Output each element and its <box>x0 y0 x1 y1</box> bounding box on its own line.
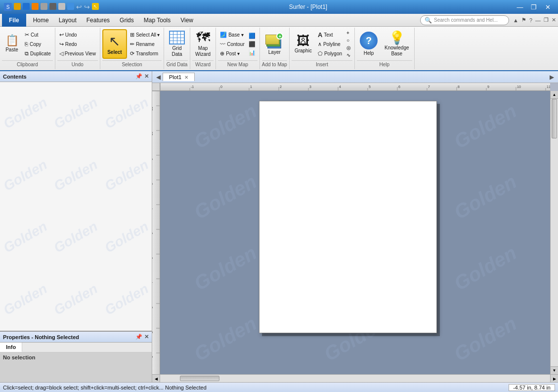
polygon-icon: ⬠ <box>318 50 323 57</box>
tab-arrow-left[interactable]: ◀ <box>154 74 163 81</box>
help-button[interactable]: ? Help <box>357 29 381 59</box>
pin-icon[interactable]: 📌 <box>135 73 142 80</box>
insert-extra-btn4[interactable]: ∿ <box>345 52 352 58</box>
previous-view-icon: ◁ <box>59 50 63 57</box>
canvas-page[interactable] <box>259 101 437 333</box>
scroll-right-btn[interactable]: ▶ <box>550 375 558 382</box>
close-ribbon-icon[interactable]: ✕ <box>552 17 556 23</box>
window-controls[interactable]: — ❐ ✕ <box>514 2 554 12</box>
ribbon: 📋 Paste ✂ Cut ⎘ Copy ⧉ Duplicate Clipboa… <box>0 27 558 71</box>
select-all-button[interactable]: ⊞ Select All ▾ <box>128 30 162 39</box>
search-box[interactable]: 🔍 Search commands and Hel... <box>420 15 509 25</box>
rename-button[interactable]: ✏ Rename <box>128 40 162 48</box>
transform-button[interactable]: ⟳ Transform <box>128 49 162 58</box>
svg-text:9: 9 <box>487 85 489 88</box>
grid-data-button[interactable]: GridData <box>166 29 188 59</box>
menu-right-controls[interactable]: ▲ ⚑ ? — ❐ ✕ <box>513 17 556 23</box>
ruler-corner-right <box>550 83 558 91</box>
map-type-btn1[interactable]: 🟦 <box>248 32 258 40</box>
scroll-down-btn[interactable]: ▼ <box>551 366 558 374</box>
home-menu[interactable]: Home <box>28 14 54 27</box>
svg-text:3: 3 <box>309 85 311 88</box>
select-button[interactable]: ↖ Select <box>102 29 127 59</box>
info-tab[interactable]: Info <box>0 343 22 352</box>
svg-text:7: 7 <box>428 85 430 88</box>
undo-group: ↩ Undo ↪ Redo ◁ Previous View Undo <box>55 28 100 69</box>
scroll-up-btn[interactable]: ▲ <box>551 91 558 99</box>
props-header-icons[interactable]: 📌 ✕ <box>135 334 149 340</box>
svg-text:10: 10 <box>152 131 153 135</box>
minimize-ribbon-icon[interactable]: — <box>535 17 541 23</box>
ruler-corner <box>152 83 160 91</box>
wm8: Golden <box>51 218 101 256</box>
graphic-button[interactable]: 🖼 Graphic <box>292 29 315 59</box>
scroll-h-track[interactable] <box>160 375 550 382</box>
map-type-btn2[interactable]: ⬛ <box>248 41 258 48</box>
props-pin-icon[interactable]: 📌 <box>135 334 142 340</box>
duplicate-button[interactable]: ⧉ Duplicate <box>23 49 53 58</box>
knowledge-base-button[interactable]: 💡 KnowledgeBase <box>382 29 412 59</box>
map-wizard-button[interactable]: 🗺 MapWizard <box>192 29 214 59</box>
rename-icon: ✏ <box>130 41 134 47</box>
plot1-tab[interactable]: Plot1 ✕ <box>163 73 195 81</box>
help-icon[interactable]: ? <box>529 17 532 23</box>
restore-button[interactable]: ❐ <box>527 2 540 12</box>
plot1-tab-close[interactable]: ✕ <box>184 75 188 80</box>
insert-extra-btn1[interactable]: + <box>345 30 352 36</box>
polygon-button[interactable]: ⬠ Polygon <box>316 49 344 58</box>
close-button[interactable]: ✕ <box>541 2 554 12</box>
status-text: Click=select; drag=block select; shift+c… <box>3 385 207 391</box>
properties-tabs: Info <box>0 343 152 352</box>
search-icon: 🔍 <box>425 17 432 24</box>
map-tools-menu[interactable]: Map Tools <box>139 14 175 27</box>
selection-content: ↖ Select ⊞ Select All ▾ ✏ Rename ⟳ Trans… <box>102 29 162 59</box>
view-menu[interactable]: View <box>175 14 198 27</box>
panel-header-icons[interactable]: 📌 ✕ <box>135 73 149 80</box>
undo-content: ↩ Undo ↪ Redo ◁ Previous View <box>57 29 98 59</box>
previous-view-button[interactable]: ◁ Previous View <box>57 49 98 58</box>
icon4 <box>32 3 39 10</box>
map-wizard-label: MapWizard <box>195 45 211 57</box>
features-menu[interactable]: Features <box>82 14 115 27</box>
redo-button[interactable]: ↪ Redo <box>57 40 98 48</box>
layer-button[interactable]: + Layer <box>262 29 286 59</box>
text-button[interactable]: A Text <box>316 30 344 39</box>
scroll-thumb-v[interactable] <box>552 99 557 138</box>
insert-extra-btn3[interactable]: ◎ <box>345 44 352 51</box>
cut-button[interactable]: ✂ Cut <box>23 30 53 39</box>
restore-ribbon-icon[interactable]: ❐ <box>544 17 549 23</box>
scroll-left-btn[interactable]: ◀ <box>152 375 160 382</box>
icon6 <box>49 3 56 10</box>
clipboard-content: 📋 Paste ✂ Cut ⎘ Copy ⧉ Duplicate <box>2 29 53 59</box>
vertical-scrollbar[interactable]: ▲ ▼ <box>550 91 558 374</box>
tab-arrow-right[interactable]: ▶ <box>548 74 556 81</box>
post-button[interactable]: ⊕ Post ▾ <box>218 49 247 58</box>
insert-extra-btn2[interactable]: ○ <box>345 37 352 44</box>
map-type-btn3[interactable]: 📊 <box>248 49 258 56</box>
canvas-wrapper: -1 0 1 2 3 4 5 <box>152 83 558 382</box>
cwm3: Golden <box>450 100 520 153</box>
canvas-inner[interactable]: Golden Golden Golden Golden Golden Golde… <box>160 91 550 374</box>
layout-menu[interactable]: Layout <box>54 14 82 27</box>
scroll-thumb-h[interactable] <box>180 376 219 381</box>
svg-text:2: 2 <box>280 85 282 88</box>
svg-text:1: 1 <box>250 85 252 88</box>
flag-icon[interactable]: ⚑ <box>521 17 526 23</box>
undo-button[interactable]: ↩ Undo <box>57 30 98 39</box>
contour-button[interactable]: 〰 Contour <box>218 40 247 48</box>
contents-close-icon[interactable]: ✕ <box>144 73 149 80</box>
file-menu[interactable]: File <box>2 14 26 27</box>
copy-button[interactable]: ⎘ Copy <box>23 40 53 48</box>
polyline-button[interactable]: ∧ Polyline <box>316 40 344 48</box>
props-close-icon[interactable]: ✕ <box>144 334 149 340</box>
status-bar: Click=select; drag=block select; shift+c… <box>0 382 558 392</box>
svg-text:5: 5 <box>152 257 153 259</box>
paste-button[interactable]: 📋 Paste <box>2 29 22 59</box>
base-button[interactable]: 🗾 Base ▾ <box>218 30 247 39</box>
horizontal-scrollbar[interactable]: ◀ ▶ <box>152 374 558 382</box>
wizard-label: Wizard <box>192 60 214 68</box>
cwm6: Golden <box>450 171 520 224</box>
minimize-button[interactable]: — <box>514 2 526 12</box>
grids-menu[interactable]: Grids <box>115 14 139 27</box>
help-expand-icon[interactable]: ▲ <box>513 17 518 23</box>
